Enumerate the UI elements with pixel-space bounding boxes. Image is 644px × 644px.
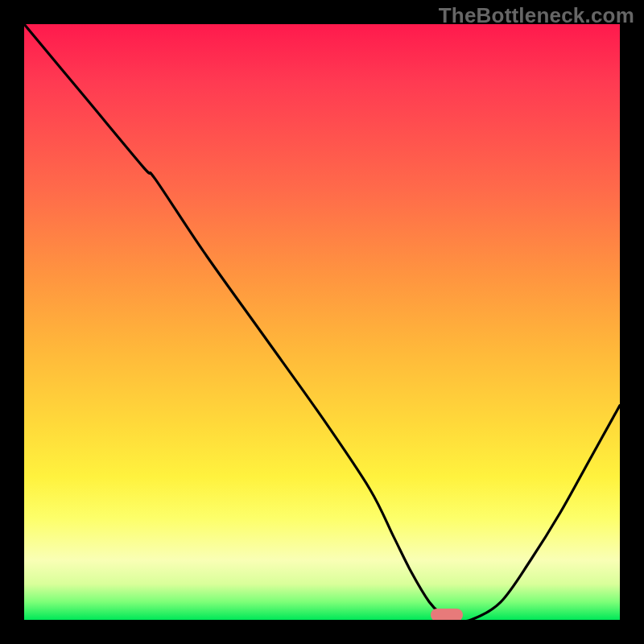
curve-svg — [24, 24, 620, 620]
watermark-text: TheBottleneck.com — [439, 3, 634, 28]
plot-area — [24, 24, 620, 620]
chart-container: TheBottleneck.com — [0, 0, 644, 644]
optimal-marker — [431, 609, 463, 620]
bottleneck-curve-path — [24, 24, 620, 620]
